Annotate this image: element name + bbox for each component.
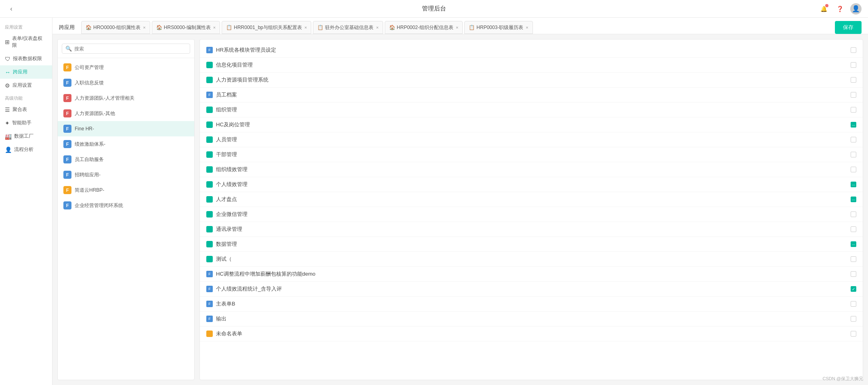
tab-5[interactable]: 🏠 HRP0002-组织分配信息表 × bbox=[385, 21, 463, 34]
tab-3-close[interactable]: × bbox=[304, 25, 307, 30]
module-icon-doc: F bbox=[206, 47, 213, 53]
watermark: CSDN @保卫大狮兄 bbox=[823, 376, 863, 382]
avatar[interactable]: 👤 bbox=[850, 3, 862, 15]
module-checkbox[interactable] bbox=[851, 226, 856, 232]
help-icon[interactable]: ❓ bbox=[834, 3, 845, 15]
module-checkbox[interactable] bbox=[851, 301, 856, 307]
header-left: ‹ bbox=[6, 4, 16, 14]
settings-icon: ⚙ bbox=[5, 82, 10, 89]
module-icon-folder bbox=[206, 211, 213, 218]
list-item[interactable]: F 入职信息反馈 bbox=[58, 75, 194, 90]
tab-6-close[interactable]: × bbox=[526, 25, 528, 30]
tab-3[interactable]: 📋 HRR0001_bp与组织关系配置表 × bbox=[222, 21, 311, 34]
tab-2[interactable]: 🏠 HRS0000-编制属性表 × bbox=[152, 21, 220, 34]
module-row: F HC调整流程中增加薪酬包核算的功能demo bbox=[200, 267, 863, 282]
module-checkbox[interactable] bbox=[851, 92, 856, 98]
module-checkbox[interactable] bbox=[851, 271, 856, 277]
module-icon-folder bbox=[206, 226, 213, 232]
header-right: 🔔 ❓ 👤 bbox=[818, 3, 862, 15]
module-checkbox-minus[interactable] bbox=[851, 122, 856, 128]
search-input-wrap: 🔍 bbox=[62, 44, 190, 54]
module-row: 组织绩效管理 bbox=[200, 162, 863, 177]
module-icon-folder bbox=[206, 166, 213, 173]
module-checkbox[interactable] bbox=[851, 62, 856, 68]
module-icon-folder bbox=[206, 196, 213, 203]
module-checkbox[interactable] bbox=[851, 211, 856, 217]
sub-header: 跨应用 🏠 HRO0000-组织属性表 × 🏠 HRS0000-编制属性表 × … bbox=[52, 18, 868, 34]
sidebar-item-app-use[interactable]: ↔ 跨应用 bbox=[0, 65, 52, 79]
tab-1[interactable]: 🏠 HRO0000-组织属性表 × bbox=[81, 21, 150, 34]
module-row: 未命名表单 bbox=[200, 326, 863, 341]
module-row: 信息化项目管理 bbox=[200, 58, 863, 73]
module-row: F HR系统各模块管理员设定 bbox=[200, 43, 863, 58]
module-row: 测试（ bbox=[200, 252, 863, 267]
save-button[interactable]: 保存 bbox=[835, 21, 862, 34]
module-icon-folder bbox=[206, 136, 213, 143]
right-panel: F HR系统各模块管理员设定 信息化项目管理 人力资源项目管理系统 F 员工档案 bbox=[199, 39, 863, 380]
sidebar-item-flow-analysis[interactable]: 👤 流程分析 bbox=[0, 143, 52, 156]
list-item[interactable]: F 简道云HRBP- bbox=[58, 182, 194, 198]
app-icon-1: F bbox=[63, 63, 71, 71]
module-icon-folder bbox=[206, 256, 213, 262]
tab-5-close[interactable]: × bbox=[456, 25, 458, 30]
app-icon-4: F bbox=[63, 109, 71, 117]
sidebar-item-data-factory[interactable]: 🏭 数据工厂 bbox=[0, 130, 52, 143]
shield-icon: 🛡 bbox=[5, 56, 10, 62]
list-item[interactable]: F 绩效激励体系- bbox=[58, 136, 194, 152]
sidebar: 应用设置 ⊞ 表单/仪表盘权限 🛡 报表数据权限 ↔ 跨应用 ⚙ 应用设置 高级… bbox=[0, 18, 52, 385]
module-checkbox-minus[interactable] bbox=[851, 182, 856, 187]
module-icon-folder bbox=[206, 151, 213, 158]
app-icon-8: F bbox=[63, 171, 71, 179]
factory-icon: 🏭 bbox=[5, 133, 12, 140]
tab-6-icon: 📋 bbox=[469, 25, 475, 30]
module-checkbox[interactable] bbox=[851, 152, 856, 157]
sidebar-item-table-dashboard[interactable]: ⊞ 表单/仪表盘权限 bbox=[0, 32, 52, 52]
tab-4-close[interactable]: × bbox=[376, 25, 378, 30]
module-row: HC及岗位管理 bbox=[200, 117, 863, 132]
module-row: 通讯录管理 bbox=[200, 222, 863, 237]
sub-header-title: 跨应用 bbox=[59, 24, 81, 31]
module-checkbox-minus[interactable] bbox=[851, 241, 856, 247]
module-checkbox[interactable] bbox=[851, 256, 856, 262]
tab-2-close[interactable]: × bbox=[213, 25, 216, 30]
module-checkbox-minus[interactable] bbox=[851, 197, 856, 202]
module-row: F 个人绩效流程统计_含导入评 bbox=[200, 282, 863, 297]
module-checkbox[interactable] bbox=[851, 47, 856, 53]
sidebar-item-app-settings[interactable]: ⚙ 应用设置 bbox=[0, 79, 52, 92]
module-checkbox-checked[interactable] bbox=[851, 286, 856, 292]
module-icon-folder bbox=[206, 181, 213, 188]
list-item[interactable]: F 人力资源团队-其他 bbox=[58, 106, 194, 121]
list-item[interactable]: F 招聘组应用- bbox=[58, 167, 194, 182]
back-button[interactable]: ‹ bbox=[6, 4, 16, 14]
list-item[interactable]: F 公司资产管理 bbox=[58, 60, 194, 75]
app-icon-9: F bbox=[63, 186, 71, 194]
app-list: F 公司资产管理 F 入职信息反馈 F 人力资源团队-人才管理相关 F 人力资源… bbox=[58, 58, 194, 380]
sidebar-item-aggregate[interactable]: ☰ 聚合表 bbox=[0, 103, 52, 116]
module-checkbox[interactable] bbox=[851, 316, 856, 322]
list-item[interactable]: F 人力资源团队-人才管理相关 bbox=[58, 90, 194, 106]
module-checkbox[interactable] bbox=[851, 77, 856, 83]
module-row: 人员管理 bbox=[200, 132, 863, 147]
tab-6[interactable]: 📋 HRP0003-职级履历表 × bbox=[464, 21, 533, 34]
sidebar-item-smart-assist[interactable]: ✦ 智能助手 bbox=[0, 116, 52, 130]
tab-1-close[interactable]: × bbox=[143, 25, 145, 30]
list-item[interactable]: F 员工自助服务 bbox=[58, 152, 194, 167]
module-icon-folder bbox=[206, 107, 213, 113]
app-icon-5: F bbox=[63, 125, 71, 133]
module-checkbox[interactable] bbox=[851, 107, 856, 113]
main-content: 跨应用 🏠 HRO0000-组织属性表 × 🏠 HRS0000-编制属性表 × … bbox=[52, 18, 868, 385]
list-item[interactable]: F Fine HR- bbox=[58, 121, 194, 136]
module-row: F 输出 bbox=[200, 312, 863, 326]
module-checkbox[interactable] bbox=[851, 167, 856, 172]
list-item[interactable]: F 企业经营管理闭环系统 bbox=[58, 198, 194, 213]
bell-icon[interactable]: 🔔 bbox=[818, 3, 829, 15]
search-input[interactable] bbox=[74, 46, 187, 52]
tab-4[interactable]: 📋 驻外办公室基础信息表 × bbox=[313, 21, 383, 34]
tab-2-icon: 🏠 bbox=[156, 25, 162, 30]
module-checkbox[interactable] bbox=[851, 137, 856, 142]
app-icon-7: F bbox=[63, 155, 71, 163]
module-icon-doc: F bbox=[206, 301, 213, 307]
module-checkbox[interactable] bbox=[851, 331, 856, 337]
header-title: 管理后台 bbox=[422, 5, 446, 13]
sidebar-item-report-data[interactable]: 🛡 报表数据权限 bbox=[0, 52, 52, 65]
